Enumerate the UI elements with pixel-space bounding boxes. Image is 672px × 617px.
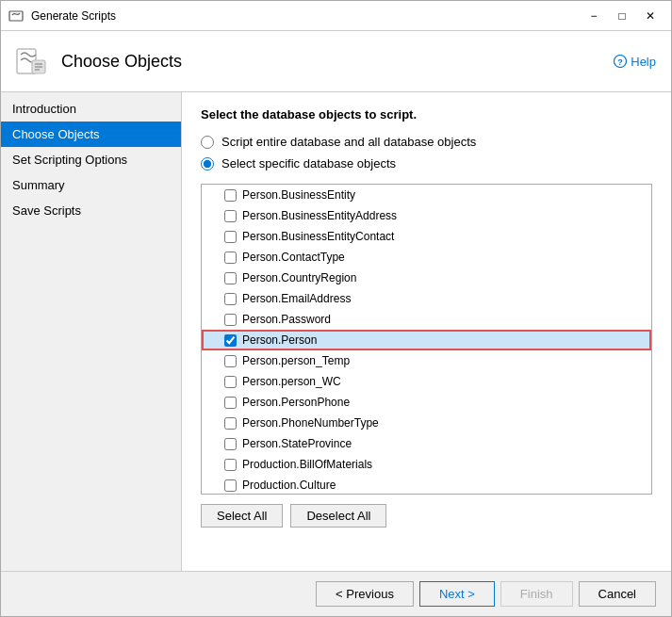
svg-text:?: ? — [618, 57, 624, 67]
title-bar-controls: − □ ✕ — [581, 6, 664, 26]
object-checkbox[interactable] — [224, 459, 237, 471]
list-item[interactable]: Person.ContactType — [202, 247, 651, 268]
object-label: Person.BusinessEntityAddress — [242, 209, 397, 222]
content-area: Introduction Choose Objects Set Scriptin… — [1, 92, 671, 571]
list-item[interactable]: Person.StateProvince — [202, 433, 651, 454]
object-label: Person.CountryRegion — [242, 271, 356, 284]
list-item[interactable]: Person.BusinessEntityAddress — [202, 205, 651, 226]
radio-specific-label: Select specific database objects — [221, 156, 396, 170]
objects-list[interactable]: Person.BusinessEntityPerson.BusinessEnti… — [201, 184, 652, 495]
minimize-button[interactable]: − — [581, 6, 607, 26]
object-checkbox[interactable] — [224, 231, 237, 243]
close-button[interactable]: ✕ — [637, 6, 664, 26]
next-button[interactable]: Next > — [419, 581, 495, 607]
list-item[interactable]: Person.person_WC — [202, 371, 651, 392]
list-item[interactable]: Person.PersonPhone — [202, 392, 651, 413]
radio-group: Script entire database and all database … — [201, 135, 652, 170]
object-label: Person.StateProvince — [242, 437, 352, 450]
list-item[interactable]: Person.Password — [202, 309, 651, 330]
list-item[interactable]: Production.BillOfMaterials — [202, 454, 651, 475]
select-all-button[interactable]: Select All — [201, 504, 283, 528]
object-checkbox[interactable] — [224, 210, 237, 222]
main-panel: Select the database objects to script. S… — [182, 92, 671, 571]
object-label: Person.ContactType — [242, 251, 345, 264]
window-title: Generate Scripts — [31, 9, 573, 23]
svg-rect-0 — [9, 11, 23, 21]
radio-entire-db[interactable] — [201, 136, 214, 149]
title-bar: Generate Scripts − □ ✕ — [1, 1, 671, 31]
object-label: Person.Person — [242, 333, 317, 347]
sidebar: Introduction Choose Objects Set Scriptin… — [1, 92, 182, 571]
section-title: Select the database objects to script. — [201, 107, 652, 122]
list-item[interactable]: Person.CountryRegion — [202, 268, 651, 288]
header-title: Choose Objects — [61, 52, 182, 72]
object-checkbox[interactable] — [224, 272, 237, 284]
footer: < Previous Next > Finish Cancel — [1, 571, 671, 616]
radio-specific[interactable] — [201, 157, 214, 170]
list-item[interactable]: Person.PhoneNumberType — [202, 413, 651, 433]
radio-entire-db-label: Script entire database and all database … — [221, 135, 476, 149]
object-checkbox[interactable] — [224, 438, 237, 450]
object-checkbox[interactable] — [224, 189, 237, 202]
sidebar-item-set-scripting-options[interactable]: Set Scripting Options — [1, 147, 181, 172]
object-label: Person.Password — [242, 313, 331, 326]
object-label: Person.person_WC — [242, 375, 341, 388]
object-label: Person.PhoneNumberType — [242, 416, 379, 430]
maximize-button[interactable]: □ — [609, 6, 635, 26]
previous-button[interactable]: < Previous — [316, 581, 414, 607]
radio-entire-db-row[interactable]: Script entire database and all database … — [201, 135, 652, 149]
header-icon — [12, 42, 50, 80]
list-item[interactable]: Person.BusinessEntityContact — [202, 226, 651, 247]
radio-specific-row[interactable]: Select specific database objects — [201, 156, 652, 170]
cancel-button[interactable]: Cancel — [579, 581, 656, 607]
main-window: Generate Scripts − □ ✕ Choose Objects ? — [0, 0, 672, 617]
window-icon — [8, 8, 24, 24]
object-label: Person.BusinessEntityContact — [242, 230, 394, 243]
list-item[interactable]: Person.EmailAddress — [202, 288, 651, 309]
object-label: Person.PersonPhone — [242, 396, 350, 409]
sidebar-item-introduction[interactable]: Introduction — [1, 96, 181, 122]
header: Choose Objects ? Help — [1, 31, 671, 92]
action-buttons: Select All Deselect All — [201, 504, 652, 528]
object-checkbox[interactable] — [224, 293, 237, 305]
object-label: Person.BusinessEntity — [242, 188, 355, 202]
object-checkbox[interactable] — [224, 479, 237, 492]
list-item[interactable]: Production.Culture — [202, 475, 651, 495]
object-checkbox[interactable] — [224, 417, 237, 430]
finish-button[interactable]: Finish — [500, 581, 573, 607]
object-checkbox[interactable] — [224, 252, 237, 264]
object-label: Production.Culture — [242, 479, 336, 492]
object-checkbox[interactable] — [224, 334, 237, 347]
object-checkbox[interactable] — [224, 397, 237, 409]
list-item[interactable]: Person.BusinessEntity — [202, 185, 651, 205]
help-button[interactable]: ? Help — [614, 55, 656, 69]
sidebar-item-save-scripts[interactable]: Save Scripts — [1, 198, 181, 223]
list-item[interactable]: Person.person_Temp — [202, 350, 651, 371]
object-checkbox[interactable] — [224, 314, 237, 326]
object-label: Person.person_Temp — [242, 354, 350, 367]
object-checkbox[interactable] — [224, 376, 237, 388]
object-label: Person.EmailAddress — [242, 292, 351, 305]
object-label: Production.BillOfMaterials — [242, 458, 372, 471]
sidebar-item-choose-objects[interactable]: Choose Objects — [1, 122, 181, 147]
sidebar-item-summary[interactable]: Summary — [1, 172, 181, 198]
help-icon: ? — [614, 55, 627, 68]
object-checkbox[interactable] — [224, 355, 237, 367]
deselect-all-button[interactable]: Deselect All — [290, 504, 386, 528]
list-item[interactable]: Person.Person — [202, 330, 651, 350]
